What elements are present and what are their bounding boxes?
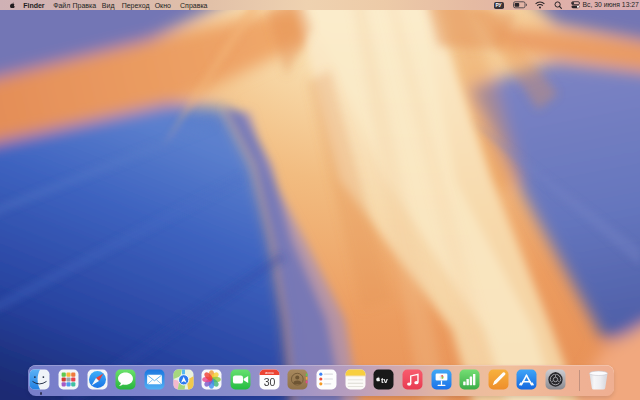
svg-text:30: 30 [263,376,275,388]
svg-text:tv: tv [381,376,389,385]
svg-text:июнь: июнь [265,370,274,374]
